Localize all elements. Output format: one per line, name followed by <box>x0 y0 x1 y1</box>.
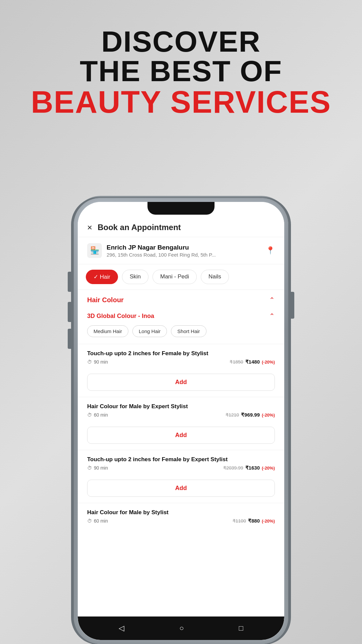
tab-hair[interactable]: Hair <box>86 270 118 284</box>
tab-nails[interactable]: Nails <box>201 270 229 284</box>
salon-address: 296, 15th Cross Road, 100 Feet Ring Rd, … <box>107 252 266 258</box>
hero-line2: THE BEST OF <box>0 56 362 86</box>
service-price-4: ₹1100 ₹880 (-20%) <box>233 518 275 524</box>
tab-mani-pedi[interactable]: Mani - Pedi <box>153 270 197 284</box>
service-meta-3: ⏱ 90 min ₹2039.99 ₹1630 (-20%) <box>87 465 275 471</box>
service-time-4: ⏱ 60 min <box>87 518 108 524</box>
service-meta-2: ⏱ 60 min ₹1210 ₹969.99 (-20%) <box>87 412 275 418</box>
hero-line3: BEAUTY SERVICES <box>0 86 362 118</box>
hero-line1: DISCOVER <box>0 27 362 56</box>
discounted-price-3: ₹1630 <box>245 465 260 471</box>
discount-badge-3: (-20%) <box>262 466 275 471</box>
hair-pill-long[interactable]: Long Hair <box>132 325 167 337</box>
clock-icon-3: ⏱ <box>87 465 92 471</box>
clock-icon-4: ⏱ <box>87 518 92 524</box>
header-title: Book an Appointment <box>98 223 181 232</box>
sub-chevron-up-icon: ⌃ <box>269 312 275 320</box>
service-name-1: Touch-up upto 2 inches for Female by Sty… <box>87 350 275 357</box>
discount-badge-2: (-20%) <box>262 413 275 418</box>
clock-icon-1: ⏱ <box>87 359 92 365</box>
time-label-1: 90 min <box>94 359 108 365</box>
salon-icon: 🏪 <box>87 243 102 258</box>
discounted-price-4: ₹880 <box>248 518 260 524</box>
phone-notch <box>147 202 215 215</box>
clock-icon-2: ⏱ <box>87 412 92 418</box>
android-nav-bar: ◁ ○ □ <box>78 616 284 640</box>
salon-details: Enrich JP Nagar Bengaluru 296, 15th Cros… <box>107 244 266 258</box>
service-name-3: Touch-up upto 2 inches for Female by Exp… <box>87 456 275 463</box>
service-name-4: Hair Colour for Male by Stylist <box>87 509 275 516</box>
service-time-2: ⏱ 60 min <box>87 412 108 418</box>
hero-section: DISCOVER THE BEST OF BEAUTY SERVICES <box>0 0 362 118</box>
nav-home-button[interactable]: ○ <box>179 624 184 633</box>
section-header[interactable]: Hair Colour ⌃ <box>78 290 284 309</box>
section-title: Hair Colour <box>87 296 124 304</box>
time-label-4: 60 min <box>94 518 108 524</box>
hair-type-pills: Medium Hair Long Hair Short Hair <box>78 325 284 344</box>
sub-section-header[interactable]: 3D Global Colour - Inoa ⌃ <box>78 309 284 325</box>
service-item-2: Hair Colour for Male by Expert Stylist ⏱… <box>78 397 284 422</box>
chevron-up-icon: ⌃ <box>269 296 275 304</box>
location-icon[interactable]: 📍 <box>266 246 275 255</box>
add-button-2[interactable]: Add <box>87 427 275 444</box>
add-button-3[interactable]: Add <box>87 480 275 497</box>
time-label-2: 60 min <box>94 412 108 418</box>
original-price-2: ₹1210 <box>226 412 239 418</box>
add-button-1[interactable]: Add <box>87 374 275 391</box>
service-meta-1: ⏱ 90 min ₹1850 ₹1480 (-20%) <box>87 359 275 365</box>
time-label-3: 90 min <box>94 465 108 471</box>
phone-screen: × Book an Appointment 🏪 Enrich JP Nagar … <box>78 202 284 640</box>
original-price-3: ₹2039.99 <box>223 465 243 471</box>
original-price-4: ₹1100 <box>233 518 246 524</box>
service-price-1: ₹1850 ₹1480 (-20%) <box>230 359 275 365</box>
hair-pill-medium[interactable]: Medium Hair <box>87 325 128 337</box>
discount-badge-4: (-20%) <box>262 519 275 524</box>
original-price-1: ₹1850 <box>230 359 243 365</box>
screen-content: × Book an Appointment 🏪 Enrich JP Nagar … <box>78 202 284 640</box>
discount-badge-1: (-20%) <box>262 360 275 365</box>
nav-recents-button[interactable]: □ <box>239 624 243 633</box>
service-name-2: Hair Colour for Male by Expert Stylist <box>87 403 275 410</box>
discounted-price-2: ₹969.99 <box>241 412 260 418</box>
service-item-1: Touch-up upto 2 inches for Female by Sty… <box>78 344 284 369</box>
salon-info-row: 🏪 Enrich JP Nagar Bengaluru 296, 15th Cr… <box>78 237 284 264</box>
discounted-price-1: ₹1480 <box>245 359 260 365</box>
sub-section-title: 3D Global Colour - Inoa <box>87 313 154 320</box>
service-price-2: ₹1210 ₹969.99 (-20%) <box>226 412 275 418</box>
nav-back-button[interactable]: ◁ <box>119 624 124 633</box>
close-button[interactable]: × <box>87 223 92 232</box>
category-tabs: Hair Skin Mani - Pedi Nails <box>78 264 284 290</box>
service-meta-4: ⏱ 60 min ₹1100 ₹880 (-20%) <box>87 518 275 524</box>
service-time-3: ⏱ 90 min <box>87 465 108 471</box>
tab-skin[interactable]: Skin <box>122 270 148 284</box>
service-item-3: Touch-up upto 2 inches for Female by Exp… <box>78 450 284 475</box>
salon-name: Enrich JP Nagar Bengaluru <box>107 244 266 251</box>
service-price-3: ₹2039.99 ₹1630 (-20%) <box>223 465 275 471</box>
hair-pill-short[interactable]: Short Hair <box>171 325 206 337</box>
service-item-4: Hair Colour for Male by Stylist ⏱ 60 min… <box>78 503 284 528</box>
service-time-1: ⏱ 90 min <box>87 359 108 365</box>
app-header: × Book an Appointment <box>78 217 284 237</box>
phone-mockup: × Book an Appointment 🏪 Enrich JP Nagar … <box>74 198 288 644</box>
phone-shell: × Book an Appointment 🏪 Enrich JP Nagar … <box>74 198 288 644</box>
